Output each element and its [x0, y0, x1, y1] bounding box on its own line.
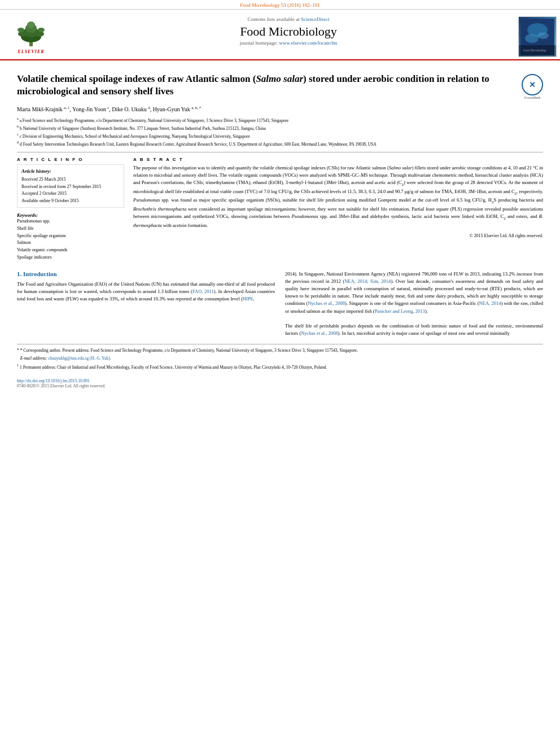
affiliation-c: c c Division of Engineering Mechanics, S…	[17, 132, 543, 139]
article-title: Volatile chemical spoilage indexes of ra…	[17, 73, 516, 98]
issn-line: 0740-0020/© 2015 Elsevier Ltd. All right…	[17, 383, 543, 388]
elsevier-brand-label: ELSEVIER	[18, 49, 44, 54]
sciencedirect-link-text[interactable]: ScienceDirect	[301, 16, 329, 22]
intro-text-right: 2014). In Singapore, National Environmen…	[285, 270, 543, 338]
homepage-link[interactable]: www.elsevier.com/locate/fm	[279, 40, 337, 46]
affiliation-d: d d Food Safety Intervention Technologie…	[17, 140, 543, 147]
body-col-right: 2014). In Singapore, National Environmen…	[285, 270, 543, 338]
keywords-label: Keywords:	[17, 212, 124, 218]
svg-point-8	[38, 28, 45, 32]
intro-text-left: The Food and Agriculture Organization (F…	[17, 281, 275, 303]
svg-point-4	[27, 21, 35, 28]
homepage-text: journal homepage:	[240, 40, 278, 46]
svg-text:Food Microbiology: Food Microbiology	[523, 49, 546, 52]
journal-cover-image: Food Microbiology	[515, 14, 560, 59]
keyword-1: Pseudomonas spp.	[17, 218, 124, 225]
author-email[interactable]: chuuyukhg@nus.edu.sg (H.-G. Yuk).	[48, 356, 111, 361]
keyword-6: Spoilage indicators	[17, 254, 124, 261]
doi-link[interactable]: http://dx.doi.org/10.1016/j.fm.2015.10.0…	[17, 378, 543, 383]
elsevier-tree-icon	[14, 20, 48, 48]
keyword-2: Shelf life	[17, 225, 124, 233]
article-container: Volatile chemical spoilage indexes of ra…	[0, 60, 560, 388]
abstract-heading: A B S T R A C T	[133, 157, 543, 162]
article-footer: * * Corresponding author. Present addres…	[17, 344, 543, 388]
journal-center-info: Contents lists available at ScienceDirec…	[62, 14, 515, 59]
footnote-1: 1 1 Permanent address: Chair of Industri…	[17, 363, 543, 370]
journal-ref-text: Food Microbiology 53 (2016) 182–191	[240, 2, 320, 8]
revised-date: Received in revised form 27 September 20…	[21, 184, 120, 190]
keywords-section: Keywords: Pseudomonas spp. Shelf life Sp…	[17, 212, 124, 261]
body-col-left: 1. Introduction The Food and Agriculture…	[17, 270, 275, 338]
footnote-email: E-mail address: chuuyukhg@nus.edu.sg (H.…	[17, 356, 543, 362]
affiliation-b: b b National University of Singapore (Su…	[17, 124, 543, 132]
body-section: 1. Introduction The Food and Agriculture…	[17, 270, 543, 338]
available-date: Available online 9 October 2015	[21, 198, 120, 204]
journal-reference: Food Microbiology 53 (2016) 182–191	[0, 0, 560, 10]
journal-title: Food Microbiology	[62, 24, 515, 39]
affiliations-block: a a Food Science and Technology Programm…	[17, 116, 543, 147]
article-divider	[17, 152, 543, 152]
abstract-text: The purpose of this investigation was to…	[133, 164, 543, 240]
crossmark-icon	[522, 74, 543, 95]
cover-thumbnail: Food Microbiology	[518, 16, 557, 57]
svg-point-12	[537, 32, 549, 39]
journal-homepage-line: journal homepage: www.elsevier.com/locat…	[62, 40, 515, 46]
introduction-columns: 1. Introduction The Food and Agriculture…	[17, 270, 543, 338]
keyword-5: Volatile organic compounds	[17, 247, 124, 254]
article-history-box: Article history: Received 25 March 2015 …	[17, 164, 124, 208]
footnote-star: * * Corresponding author. Present addres…	[17, 348, 543, 354]
svg-point-11	[525, 34, 539, 43]
journal-header: ELSEVIER Contents lists available at Sci…	[0, 10, 560, 60]
keyword-4: Salmon	[17, 239, 124, 247]
svg-point-7	[18, 28, 24, 32]
elsevier-logo-area: ELSEVIER	[0, 14, 62, 59]
sciencedirect-line: Contents lists available at ScienceDirec…	[62, 16, 515, 22]
article-info-abstract: A R T I C L E I N F O Article history: R…	[17, 157, 543, 261]
affiliation-a: a a Food Science and Technology Programm…	[17, 116, 543, 124]
copyright-text: © 2015 Elsevier Ltd. All rights reserved…	[133, 233, 543, 239]
accepted-date: Accepted 2 October 2015	[21, 190, 120, 197]
sciencedirect-text: Contents lists available at	[248, 16, 300, 22]
authors-line: Marta Mikš-Krajnik a, 1, Yong-Jin Yoon c…	[17, 106, 543, 112]
article-info-heading: A R T I C L E I N F O	[17, 157, 124, 162]
crossmark-badge: CrossMark	[522, 74, 543, 95]
received-date: Received 25 March 2015	[21, 176, 120, 183]
cover-svg: Food Microbiology	[520, 19, 554, 55]
history-label: Article history:	[21, 168, 120, 176]
abstract-column: A B S T R A C T The purpose of this inve…	[133, 157, 543, 261]
article-info-column: A R T I C L E I N F O Article history: R…	[17, 157, 124, 261]
section-1-title: 1. Introduction	[17, 270, 275, 277]
keyword-3: Specific spoilage organism	[17, 233, 124, 240]
